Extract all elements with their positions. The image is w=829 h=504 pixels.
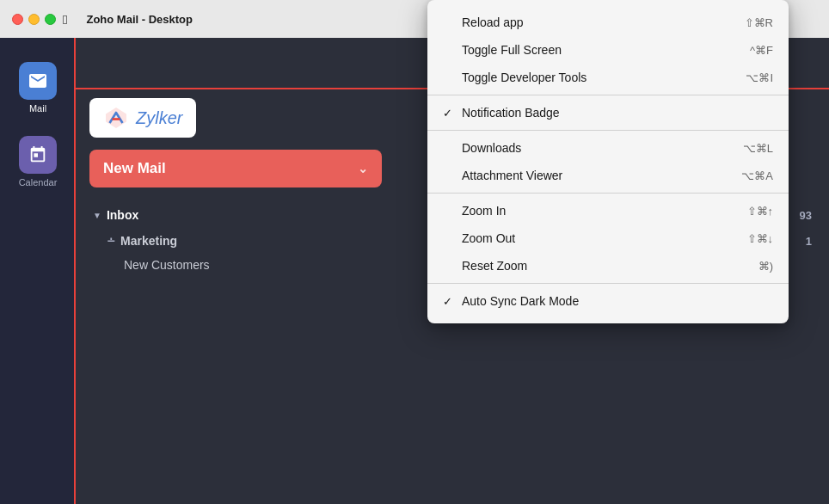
reload-shortcut: ⇧⌘R xyxy=(745,16,773,29)
inbox-label: Inbox xyxy=(107,208,138,222)
inbox-count: 93 xyxy=(800,209,812,222)
marketing-label: Marketing xyxy=(120,234,177,248)
devtools-shortcut: ⌥⌘I xyxy=(746,71,773,84)
attachments-shortcut: ⌥⌘A xyxy=(741,169,773,182)
dropdown-section-2: ✓ Notification Badge xyxy=(427,95,789,130)
maximize-button[interactable] xyxy=(45,14,56,25)
menu-item-zoomout[interactable]: Zoom Out ⇧⌘↓ xyxy=(427,224,789,252)
devtools-label: Toggle Developer Tools xyxy=(462,71,740,84)
fullscreen-shortcut: ^⌘F xyxy=(750,44,773,57)
downloads-shortcut: ⌥⌘L xyxy=(743,142,773,155)
marketing-count: 1 xyxy=(806,235,812,248)
attachments-label: Attachment Viewer xyxy=(462,169,736,182)
view-dropdown-menu: Reload app ⇧⌘R Toggle Full Screen ^⌘F To… xyxy=(427,0,789,323)
zoomin-shortcut: ⇧⌘↑ xyxy=(747,205,774,218)
share-icon: ∸ xyxy=(107,235,115,247)
zoomout-shortcut: ⇧⌘↓ xyxy=(747,232,774,245)
mail-label: Mail xyxy=(29,103,46,114)
minimize-button[interactable] xyxy=(28,14,40,25)
zylker-logo-icon xyxy=(103,105,129,131)
dropdown-section-1: Reload app ⇧⌘R Toggle Full Screen ^⌘F To… xyxy=(427,5,789,95)
downloads-label: Downloads xyxy=(462,141,738,155)
mail-icon-box xyxy=(19,62,57,100)
app-title: Zoho Mail - Desktop xyxy=(86,13,193,26)
calendar-label: Calendar xyxy=(19,177,58,187)
apple-icon:  xyxy=(63,12,67,27)
sidebar-item-calendar[interactable]: Calendar xyxy=(12,129,64,194)
menu-item-downloads[interactable]: Downloads ⌥⌘L xyxy=(427,134,789,162)
dropdown-section-4: Zoom In ⇧⌘↑ Zoom Out ⇧⌘↓ Reset Zoom ⌘) xyxy=(427,193,789,283)
title-bar-left:  Zoho Mail - Desktop xyxy=(0,12,413,27)
dropdown-section-5: ✓ Auto Sync Dark Mode xyxy=(427,283,789,318)
logo-box: Zylker xyxy=(89,98,196,138)
menu-item-fullscreen[interactable]: Toggle Full Screen ^⌘F xyxy=(427,36,789,64)
resetzoom-shortcut: ⌘) xyxy=(758,260,773,273)
sidebar-item-mail[interactable]: Mail xyxy=(12,55,64,120)
chevron-down-icon: ⌄ xyxy=(358,162,368,175)
zoomout-label: Zoom Out xyxy=(462,231,742,245)
svg-marker-0 xyxy=(106,108,126,128)
new-customers-label: New Customers xyxy=(124,258,210,272)
mail-icon xyxy=(28,71,48,91)
traffic-lights xyxy=(12,14,56,25)
fullscreen-label: Toggle Full Screen xyxy=(462,43,745,57)
zoomin-label: Zoom In xyxy=(462,204,742,218)
darkmode-label: Auto Sync Dark Mode xyxy=(462,294,768,308)
inbox-chevron-icon: ▼ xyxy=(93,211,101,220)
new-mail-label: New Mail xyxy=(103,160,351,177)
new-mail-button[interactable]: New Mail ⌄ xyxy=(89,150,382,187)
notif-label: Notification Badge xyxy=(462,106,768,120)
menu-item-resetzoom[interactable]: Reset Zoom ⌘) xyxy=(427,252,789,280)
dropdown-section-3: Downloads ⌥⌘L Attachment Viewer ⌥⌘A xyxy=(427,130,789,193)
menu-item-devtools[interactable]: Toggle Developer Tools ⌥⌘I xyxy=(427,64,789,91)
logo-text: Zylker xyxy=(136,108,182,128)
calendar-icon xyxy=(28,145,47,164)
resetzoom-label: Reset Zoom xyxy=(462,259,753,273)
calendar-icon-box xyxy=(19,136,57,174)
menu-item-reload[interactable]: Reload app ⇧⌘R xyxy=(427,9,789,36)
menu-item-zoomin[interactable]: Zoom In ⇧⌘↑ xyxy=(427,197,789,224)
reload-label: Reload app xyxy=(462,15,740,29)
icon-sidebar: Mail Calendar xyxy=(0,38,76,504)
menu-item-attachments[interactable]: Attachment Viewer ⌥⌘A xyxy=(427,162,789,189)
menu-item-darkmode[interactable]: ✓ Auto Sync Dark Mode xyxy=(427,287,789,315)
close-button[interactable] xyxy=(12,14,23,25)
menu-item-notif[interactable]: ✓ Notification Badge xyxy=(427,99,789,126)
